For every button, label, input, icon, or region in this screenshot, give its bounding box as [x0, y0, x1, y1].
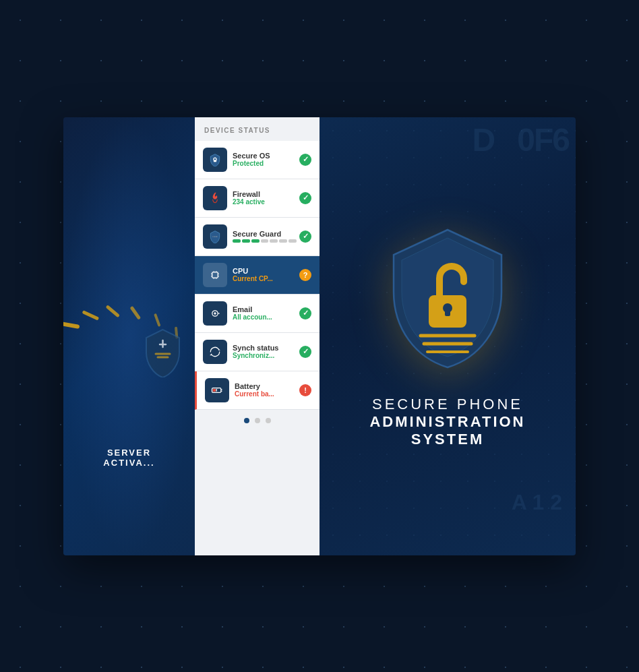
- cpu-icon-box: [203, 263, 227, 287]
- email-indicator: ✓: [299, 307, 311, 319]
- right-panel-title: SECURE PHONE ADMINISTRATION SYSTEM: [369, 396, 525, 448]
- pagination-dots: [195, 410, 320, 431]
- synch-value: Synchroniz...: [233, 352, 297, 359]
- cpu-icon: [208, 268, 222, 282]
- cpu-name: CPU: [233, 267, 297, 275]
- email-name: Email: [233, 305, 297, 313]
- status-item-secure-os[interactable]: Secure OS Protected ✓: [195, 141, 320, 179]
- title-line3: SYSTEM: [369, 431, 525, 448]
- big-shield: [380, 224, 515, 375]
- main-container: SERVER ACTIVA... DEVICE STATUS Secure OS…: [63, 117, 576, 555]
- pagination-dot-1[interactable]: [244, 418, 249, 423]
- left-panel: SERVER ACTIVA...: [63, 117, 195, 555]
- secure-guard-indicator: ✓: [299, 231, 311, 243]
- status-item-synch[interactable]: Synch status Synchroniz... ✓: [195, 333, 320, 371]
- title-line2: ADMINISTRATION: [369, 413, 525, 431]
- right-panel: D 0F6 SECURE PHONE: [320, 117, 576, 555]
- status-item-cpu[interactable]: CPU Current CP... ?: [195, 256, 320, 295]
- synch-content: Synch status Synchroniz...: [233, 344, 297, 359]
- firewall-indicator: ✓: [299, 192, 311, 204]
- hex-background-numbers: D 0F6: [473, 124, 569, 156]
- server-activation-text: SERVER ACTIVA...: [103, 448, 154, 468]
- svg-rect-16: [213, 388, 216, 391]
- pagination-dot-2[interactable]: [255, 418, 260, 423]
- status-item-battery[interactable]: Battery Current ba... !: [195, 371, 320, 410]
- battery-value: Current ba...: [235, 390, 297, 398]
- synch-name: Synch status: [233, 344, 297, 352]
- firewall-content: Firewall 234 active: [233, 190, 297, 206]
- svg-rect-23: [445, 308, 450, 316]
- cpu-content: CPU Current CP...: [233, 267, 297, 282]
- shield-lock-icon: [208, 153, 222, 166]
- middle-panel: DEVICE STATUS Secure OS Protected ✓: [195, 117, 320, 555]
- secure-guard-name: Secure Guard: [233, 230, 297, 238]
- shield-left: [141, 327, 185, 380]
- secure-os-value: Protected: [233, 160, 297, 167]
- battery-icon: [210, 384, 224, 397]
- hex-background-numbers2: A 1 2: [512, 490, 562, 515]
- firewall-name: Firewall: [233, 190, 297, 198]
- title-line1: SECURE PHONE: [369, 396, 525, 413]
- email-icon-box: [203, 301, 227, 326]
- battery-name: Battery: [235, 382, 297, 390]
- email-icon: [208, 307, 222, 320]
- battery-indicator: !: [299, 384, 311, 396]
- cpu-value: Current CP...: [233, 275, 297, 282]
- svg-point-13: [214, 312, 216, 314]
- battery-icon-box: [205, 378, 229, 402]
- synch-indicator: ✓: [299, 346, 311, 358]
- guard-icon: [208, 230, 222, 243]
- secure-guard-icon-box: [203, 224, 227, 249]
- secure-os-indicator: ✓: [299, 154, 311, 166]
- status-item-firewall[interactable]: Firewall 234 active ✓: [195, 179, 320, 218]
- secure-guard-content: Secure Guard: [233, 230, 297, 243]
- fire-icon: [208, 191, 222, 205]
- secure-os-icon-box: [203, 148, 227, 172]
- synch-icon-box: [203, 340, 227, 364]
- cpu-indicator: ?: [299, 269, 311, 281]
- secure-guard-progress: [233, 239, 297, 243]
- firewall-value: 234 active: [233, 198, 297, 206]
- firewall-icon-box: [203, 186, 227, 210]
- sync-icon: [208, 345, 222, 359]
- status-item-email[interactable]: Email All accoun... ✓: [195, 295, 320, 333]
- status-item-secure-guard[interactable]: Secure Guard ✓: [195, 218, 320, 256]
- email-content: Email All accoun...: [233, 305, 297, 321]
- pagination-dot-3[interactable]: [266, 418, 271, 423]
- secure-os-content: Secure OS Protected: [233, 152, 297, 167]
- main-shield-icon: [380, 224, 515, 373]
- device-status-header: DEVICE STATUS: [195, 117, 320, 141]
- svg-rect-3: [212, 272, 218, 277]
- email-value: All accoun...: [233, 313, 297, 321]
- battery-content: Battery Current ba...: [235, 382, 297, 398]
- secure-os-name: Secure OS: [233, 152, 297, 160]
